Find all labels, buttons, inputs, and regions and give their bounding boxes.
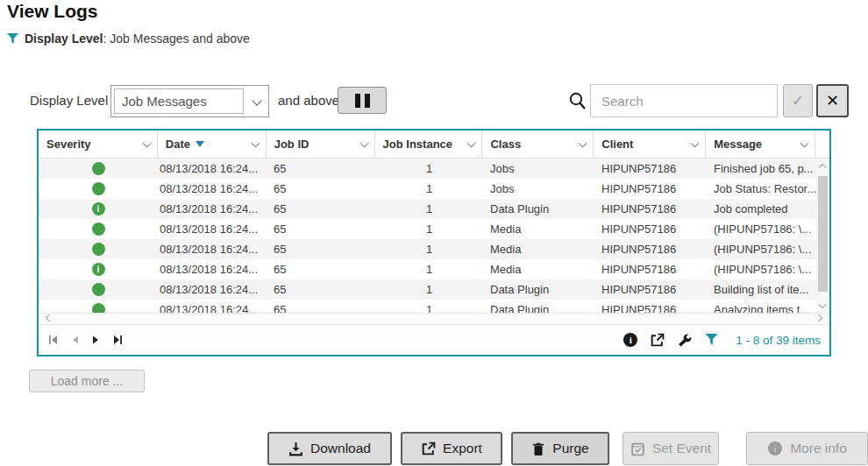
column-header-date[interactable]: Date [158,131,267,158]
cell-job-instance: 1 [375,162,483,175]
cell-class: Media [483,243,594,256]
cell-job-instance: 1 [375,202,483,215]
scroll-up-icon[interactable] [816,159,829,173]
cell-client: HIPUNP57186 [594,283,707,296]
cell-client: HIPUNP57186 [594,222,707,236]
search-icon [568,91,587,110]
table-row[interactable]: 08/13/2018 16:24... 65 1 Data Plugin HIP… [39,300,829,313]
cell-date: 08/13/2018 16:24... [158,202,267,215]
column-header-job-id[interactable]: Job ID [267,131,375,158]
column-header-message[interactable]: Message [706,131,815,158]
table-row[interactable]: i 08/13/2018 16:24... 65 1 Data Plugin H… [39,199,829,219]
table-row[interactable]: 08/13/2018 16:24... 65 1 Jobs HIPUNP5718… [39,159,829,179]
search-confirm-button[interactable]: ✓ [783,84,813,117]
table-body: 08/13/2018 16:24... 65 1 Jobs HIPUNP5718… [39,159,829,313]
cell-client: HIPUNP57186 [594,202,707,215]
info-icon[interactable]: i [623,333,637,347]
action-bar: Download Export Purge Set Event More inf… [0,432,868,465]
table-header: Severity Date Job ID Job Instance Class … [39,131,829,159]
column-header-client[interactable]: Client [594,131,706,158]
cell-client: HIPUNP57186 [594,162,707,175]
scroll-down-icon[interactable] [816,299,829,313]
table-row[interactable]: 08/13/2018 16:24... 65 1 Media HIPUNP571… [39,219,829,239]
cell-class: Jobs [483,182,594,195]
severity-icon: i [92,263,105,276]
calendar-check-icon [630,441,645,456]
vertical-scrollbar[interactable] [816,159,829,313]
pause-button[interactable] [338,87,387,114]
wrench-icon[interactable] [677,333,693,348]
cell-client: HIPUNP57186 [594,182,707,195]
cell-date: 08/13/2018 16:24... [158,162,267,175]
last-page-button[interactable] [112,335,124,345]
cell-job-instance: 1 [375,283,483,296]
table-row[interactable]: 08/13/2018 16:24... 65 1 Jobs HIPUNP5718… [39,179,829,199]
filter-summary: Display Level: Job Messages and above [7,32,250,46]
table-row[interactable]: 08/13/2018 16:24... 65 1 Data Plugin HIP… [39,279,829,300]
severity-icon [92,162,105,175]
chevron-down-icon[interactable] [244,86,268,116]
cell-date: 08/13/2018 16:24... [158,243,267,256]
cell-class: Jobs [483,162,594,175]
cell-client: HIPUNP57186 [594,243,707,256]
cell-date: 08/13/2018 16:24... [158,303,267,313]
cell-message: Analyzing items t... [707,303,816,313]
severity-icon: i [92,202,105,215]
cell-job-id: 65 [267,222,375,236]
cell-job-id: 65 [267,283,375,296]
horizontal-scrollbar[interactable] [39,313,829,325]
export-icon[interactable] [650,333,665,348]
set-event-button[interactable]: Set Event [623,432,719,465]
filter-summary-label: Display Level [25,32,103,46]
scrollbar-thumb[interactable] [818,176,828,292]
chevron-down-icon[interactable] [691,140,699,148]
chevron-down-icon[interactable] [360,140,368,148]
more-info-button[interactable]: More info [746,432,868,465]
previous-page-button[interactable] [70,335,80,345]
page-title: View Logs [7,1,97,22]
cell-date: 08/13/2018 16:24... [158,222,267,236]
export-button[interactable]: Export [401,432,502,465]
first-page-button[interactable] [47,335,59,345]
column-header-class[interactable]: Class [482,131,594,158]
chevron-down-icon[interactable] [252,140,260,148]
pagination [47,335,124,345]
scroll-right-icon[interactable] [814,314,828,325]
table-row[interactable]: i 08/13/2018 16:24... 65 1 Media HIPUNP5… [39,259,829,279]
cell-job-id: 65 [267,243,375,256]
table-footer: i 1 - 8 of 39 items [39,325,829,355]
cell-client: HIPUNP57186 [594,303,707,313]
column-header-severity[interactable]: Severity [39,131,158,158]
load-more-button[interactable]: Load more ... [29,370,145,392]
scroll-left-icon[interactable] [40,314,54,325]
severity-icon [92,222,105,236]
column-header-job-instance[interactable]: Job Instance [375,131,483,158]
cell-job-id: 65 [267,263,375,276]
download-button[interactable]: Download [267,432,392,465]
cell-message: Finished job 65, p... [707,162,816,175]
cell-class: Media [483,222,594,236]
search-input[interactable] [590,84,778,117]
cell-class: Data Plugin [483,303,594,313]
chevron-down-icon[interactable] [800,140,808,148]
cell-date: 08/13/2018 16:24... [158,182,267,195]
filter-icon[interactable] [705,334,718,346]
filter-summary-value: : Job Messages and above [103,32,250,46]
table-row[interactable]: 08/13/2018 16:24... 65 1 Media HIPUNP571… [39,239,829,259]
severity-icon [92,182,105,195]
cell-message: Job Status: Restor... [707,182,816,195]
pause-icon [355,94,360,108]
download-icon [288,441,303,456]
next-page-button[interactable] [91,335,101,345]
cell-job-id: 65 [267,303,375,313]
and-above-label: and above [278,93,339,108]
cell-job-instance: 1 [375,182,483,195]
chevron-down-icon[interactable] [467,140,475,148]
chevron-down-icon[interactable] [579,140,587,148]
chevron-down-icon[interactable] [143,140,151,148]
purge-button[interactable]: Purge [511,432,609,465]
severity-icon [92,243,105,256]
display-level-select[interactable]: Job Messages [110,85,269,117]
footer-tools: i 1 - 8 of 39 items [623,333,821,348]
search-clear-button[interactable]: ✕ [816,84,849,117]
